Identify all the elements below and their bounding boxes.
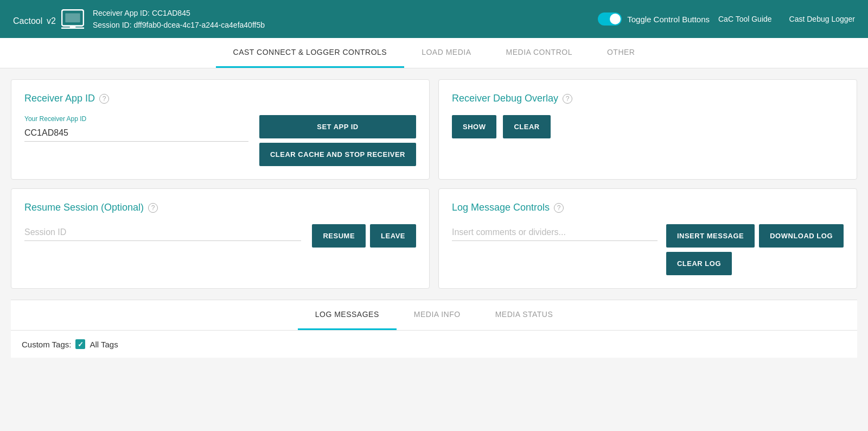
custom-tags-row: Custom Tags: All Tags (22, 339, 846, 349)
bottom-tab-log-messages[interactable]: LOG MESSAGES (298, 300, 397, 330)
session-id-value: dff9fab0-dcea-4c17-a244-ca4efa40ff5b (133, 21, 265, 29)
insert-message-button[interactable]: INSERT MESSAGE (666, 224, 755, 248)
receiver-input-area: Your Receiver App ID (24, 115, 248, 142)
receiver-debug-btn-group: SHOW CLEAR (452, 115, 844, 138)
custom-tags-label: Custom Tags: (22, 340, 71, 349)
session-id-label: Session ID: (93, 21, 132, 29)
log-btn-area: INSERT MESSAGE DOWNLOAD LOG CLEAR LOG (666, 224, 844, 275)
toggle-area: Toggle Control Buttons (598, 12, 710, 26)
tab-cast-connect[interactable]: CAST CONNECT & LOGGER CONTROLS (216, 38, 405, 68)
svg-rect-1 (65, 14, 80, 23)
receiver-app-id-input-label: Your Receiver App ID (24, 115, 248, 123)
clear-cache-button[interactable]: CLEAR CACHE AND STOP RECEIVER (259, 143, 416, 166)
receiver-btn-area: SET APP ID CLEAR CACHE AND STOP RECEIVER (259, 115, 416, 166)
logo-area: Cactool v2 (13, 9, 84, 29)
receiver-app-id-title: Receiver App ID ? (24, 93, 416, 104)
bottom-section: LOG MESSAGES MEDIA INFO MEDIA STATUS Cus… (11, 300, 857, 358)
tab-media-control[interactable]: MEDIA CONTROL (489, 38, 590, 68)
clear-log-button[interactable]: CLEAR LOG (666, 252, 732, 275)
top-tabs-bar: CAST CONNECT & LOGGER CONTROLS LOAD MEDI… (0, 38, 868, 68)
receiver-app-id-value: CC1AD845 (152, 9, 190, 17)
session-id-input[interactable] (24, 224, 301, 241)
receiver-app-id-help-icon[interactable]: ? (99, 94, 109, 104)
log-card-body: INSERT MESSAGE DOWNLOAD LOG CLEAR LOG (452, 224, 844, 275)
cards-grid: Receiver App ID ? Your Receiver App ID S… (11, 79, 857, 289)
log-btn-row-bottom: CLEAR LOG (666, 252, 844, 275)
resume-button[interactable]: RESUME (312, 224, 366, 248)
receiver-app-id-label: Receiver App ID: (93, 9, 150, 17)
tab-load-media[interactable]: LOAD MEDIA (404, 38, 488, 68)
log-message-controls-help-icon[interactable]: ? (554, 203, 564, 213)
bottom-tab-media-status[interactable]: MEDIA STATUS (478, 300, 571, 330)
svg-rect-3 (70, 26, 76, 28)
cast-icon (61, 9, 84, 29)
resume-session-title: Resume Session (Optional) ? (24, 202, 416, 213)
receiver-debug-overlay-card: Receiver Debug Overlay ? SHOW CLEAR (438, 79, 857, 180)
receiver-app-id-card: Receiver App ID ? Your Receiver App ID S… (11, 79, 430, 180)
resume-session-help-icon[interactable]: ? (148, 203, 158, 213)
log-message-controls-title: Log Message Controls ? (452, 202, 844, 213)
log-message-controls-card: Log Message Controls ? INSERT MESSAGE DO… (438, 188, 857, 289)
receiver-card-body: Your Receiver App ID SET APP ID CLEAR CA… (24, 115, 416, 166)
resume-session-card: Resume Session (Optional) ? RESUME LEAVE (11, 188, 430, 289)
log-input-area (452, 224, 658, 241)
resume-session-input-area (24, 224, 301, 241)
header-info: Receiver App ID: CC1AD845 Session ID: df… (93, 7, 585, 31)
bottom-content: Custom Tags: All Tags (11, 331, 857, 358)
show-button[interactable]: SHOW (452, 115, 496, 138)
toggle-control-buttons[interactable] (598, 12, 622, 26)
app-header: Cactool v2 Receiver App ID: CC1AD845 Ses… (0, 0, 868, 38)
cast-debug-logger-link[interactable]: Cast Debug Logger (789, 15, 855, 23)
all-tags-checkbox[interactable] (75, 339, 85, 349)
bottom-tabs-bar: LOG MESSAGES MEDIA INFO MEDIA STATUS (11, 300, 857, 331)
logo-text: Cactool v2 (13, 10, 56, 28)
resume-session-body: RESUME LEAVE (24, 224, 416, 248)
set-app-id-button[interactable]: SET APP ID (259, 115, 416, 138)
cac-tool-guide-link[interactable]: CaC Tool Guide (718, 15, 772, 23)
log-btn-row-top: INSERT MESSAGE DOWNLOAD LOG (666, 224, 844, 248)
bottom-tab-media-info[interactable]: MEDIA INFO (397, 300, 478, 330)
receiver-app-id-input[interactable] (24, 125, 248, 142)
clear-button[interactable]: CLEAR (503, 115, 550, 138)
toggle-label: Toggle Control Buttons (627, 15, 710, 24)
main-content: Receiver App ID ? Your Receiver App ID S… (0, 68, 868, 369)
leave-button[interactable]: LEAVE (370, 224, 416, 248)
tab-other[interactable]: OTHER (590, 38, 653, 68)
resume-session-btn-area: RESUME LEAVE (312, 224, 416, 248)
receiver-debug-overlay-help-icon[interactable]: ? (563, 94, 572, 104)
download-log-button[interactable]: DOWNLOAD LOG (759, 224, 844, 248)
log-message-input[interactable] (452, 224, 658, 241)
all-tags-label: All Tags (90, 340, 118, 349)
header-links: CaC Tool Guide Cast Debug Logger (718, 15, 855, 23)
receiver-debug-overlay-title: Receiver Debug Overlay ? (452, 93, 844, 104)
